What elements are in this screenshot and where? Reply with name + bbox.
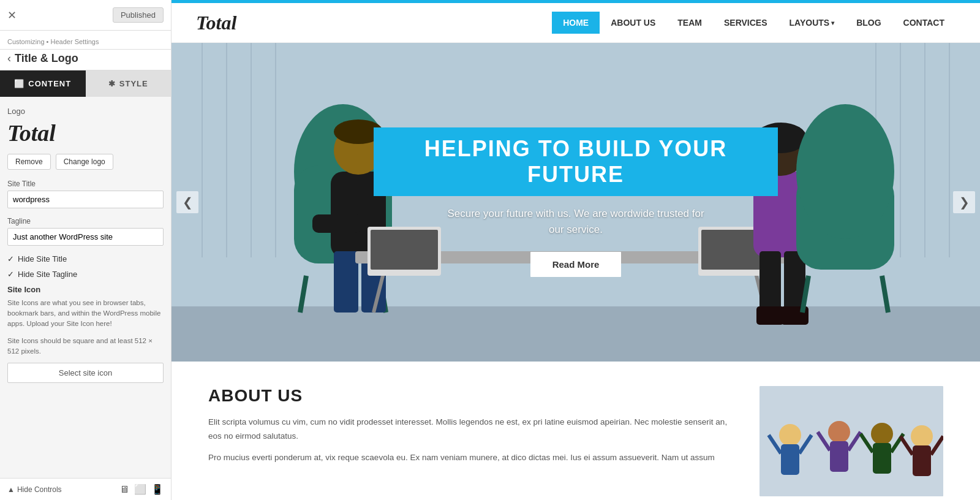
left-panel: ✕ Published Customizing • Header Setting… [0, 0, 172, 500]
hero-next-button[interactable]: ❯ [953, 191, 975, 213]
content-icon: ⬜ [14, 79, 24, 88]
tagline-label: Tagline [7, 217, 164, 225]
right-panel: Total HOME ABOUT US TEAM SERVICES LAYOUT… [172, 0, 980, 500]
hero-content: HELPING TO BUILD YOUR FUTURE Secure your… [374, 127, 778, 277]
mobile-view-button[interactable]: 📱 [151, 483, 164, 495]
hero-heading-box: HELPING TO BUILD YOUR FUTURE [374, 127, 778, 196]
nav-blog[interactable]: BLOG [845, 12, 892, 34]
checkmark-icon: ✓ [7, 254, 14, 263]
svg-rect-49 [873, 443, 891, 474]
hide-site-tagline-row: ✓ Hide Site Tagline [7, 270, 164, 279]
chevron-down-icon: ▲ [7, 485, 15, 494]
tabs-bar: ⬜ CONTENT ✱ STYLE [0, 70, 171, 97]
site-icon-title: Site Icon [7, 285, 164, 294]
about-section: ABOUT US Elit scripta volumus cu vim, cu… [172, 362, 980, 500]
close-button[interactable]: ✕ [7, 9, 17, 22]
hide-controls-label: Hide Controls [17, 485, 62, 494]
logo-preview: Total [7, 121, 164, 146]
hero-section: HELPING TO BUILD YOUR FUTURE Secure your… [172, 43, 980, 362]
svg-point-44 [828, 421, 850, 443]
svg-rect-53 [913, 445, 931, 476]
page-title: Title & Logo [15, 52, 78, 65]
breadcrumb-section: Header Settings [51, 38, 99, 45]
site-header: Total HOME ABOUT US TEAM SERVICES LAYOUT… [172, 3, 980, 43]
bottom-bar: ▲ Hide Controls 🖥 ⬜ 📱 [0, 478, 171, 500]
breadcrumb-bar: Customizing • Header Settings [0, 31, 171, 50]
breadcrumb-customizing[interactable]: Customizing [7, 38, 45, 45]
page-title-bar: ‹ Title & Logo [0, 50, 171, 70]
tablet-view-button[interactable]: ⬜ [134, 483, 146, 495]
site-icon-desc1: Site Icons are what you see in browser t… [7, 298, 164, 330]
svg-point-48 [871, 423, 893, 445]
select-site-icon-button[interactable]: Select site icon [7, 363, 164, 383]
nav-contact[interactable]: CONTACT [892, 12, 956, 34]
site-title-label: Site Title [7, 180, 164, 188]
top-bar: ✕ Published [0, 0, 171, 31]
about-para-1: Elit scripta volumus cu vim, cum no vidi… [208, 415, 735, 444]
device-buttons: 🖥 ⬜ 📱 [119, 483, 164, 495]
tab-content[interactable]: ⬜ CONTENT [0, 70, 86, 97]
hero-prev-button[interactable]: ❮ [176, 191, 198, 213]
tab-style-label: STYLE [119, 79, 148, 88]
about-text: ABOUT US Elit scripta volumus cu vim, cu… [208, 386, 735, 496]
hide-controls-button[interactable]: ▲ Hide Controls [7, 485, 62, 494]
svg-rect-45 [830, 441, 848, 472]
tab-style[interactable]: ✱ STYLE [86, 70, 172, 97]
hide-site-title-row: ✓ Hide Site Title [7, 254, 164, 263]
logo-btn-row: Remove Change logo [7, 154, 164, 170]
published-badge: Published [113, 7, 164, 23]
nav-team[interactable]: TEAM [666, 12, 713, 34]
svg-point-40 [779, 424, 801, 446]
breadcrumb: Customizing • Header Settings [7, 38, 99, 45]
hero-subtext: Secure your future with us. We are wordw… [374, 206, 778, 237]
nav-services[interactable]: SERVICES [713, 12, 778, 34]
about-image [760, 386, 943, 496]
back-button[interactable]: ‹ [7, 52, 11, 65]
hide-site-title-label: Hide Site Title [18, 254, 67, 263]
about-heading: ABOUT US [208, 386, 735, 406]
remove-logo-button[interactable]: Remove [7, 154, 51, 170]
nav-about[interactable]: ABOUT US [600, 12, 666, 34]
site-icon-desc2: Site Icons should be square and at least… [7, 336, 164, 357]
read-more-button[interactable]: Read More [530, 252, 622, 277]
tab-content-label: CONTENT [28, 79, 71, 88]
about-image-svg [760, 386, 943, 496]
nav-layouts[interactable]: LAYOUTS [778, 12, 846, 34]
site-logo: Total [196, 12, 552, 34]
change-logo-button[interactable]: Change logo [56, 154, 113, 170]
logo-section-label: Logo [7, 107, 164, 116]
nav-home[interactable]: HOME [552, 12, 600, 34]
hide-site-tagline-label: Hide Site Tagline [18, 270, 77, 279]
checkmark-icon-2: ✓ [7, 270, 14, 279]
desktop-view-button[interactable]: 🖥 [119, 483, 129, 495]
style-icon: ✱ [108, 79, 116, 88]
tagline-input[interactable] [7, 228, 164, 246]
panel-content: Logo Total Remove Change logo Site Title… [0, 97, 171, 478]
hero-heading: HELPING TO BUILD YOUR FUTURE [392, 136, 760, 188]
site-nav: HOME ABOUT US TEAM SERVICES LAYOUTS BLOG… [552, 12, 956, 34]
svg-point-52 [911, 425, 933, 447]
svg-rect-41 [781, 444, 799, 475]
hero-overlay: HELPING TO BUILD YOUR FUTURE Secure your… [172, 43, 980, 362]
about-para-2: Pro mucius everti ponderum at, vix reque… [208, 451, 735, 465]
site-title-input[interactable] [7, 191, 164, 208]
